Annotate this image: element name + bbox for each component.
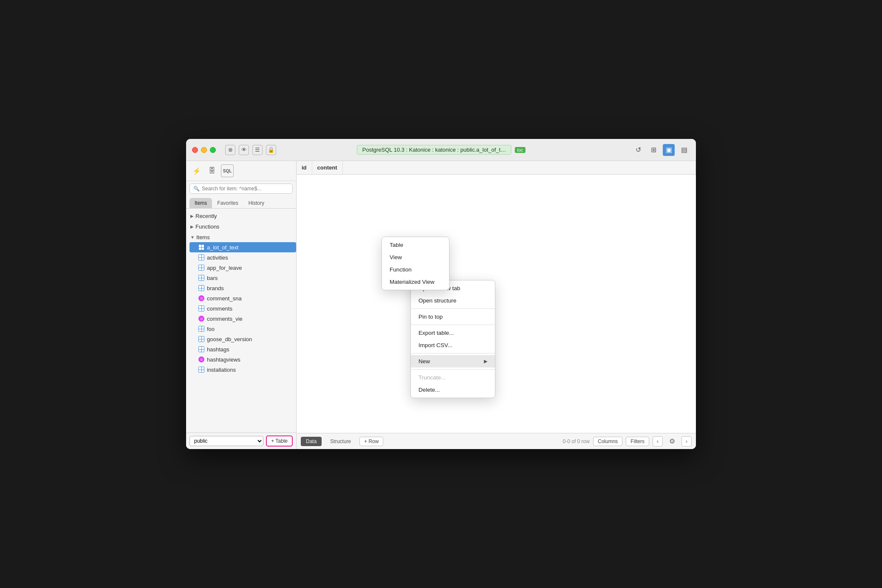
context-pin-to-top-label: Pin to top <box>418 314 443 320</box>
table-icon <box>198 244 205 251</box>
context-export-table[interactable]: Export table... <box>411 327 495 339</box>
tree-item-label: a_lot_of_text <box>207 244 238 251</box>
table-icon <box>198 346 205 353</box>
prev-page-button[interactable]: ‹ <box>653 436 663 447</box>
tree-item-hashtagviews[interactable]: ⊙ hashtagviews <box>189 354 296 365</box>
loc-badge: loc <box>515 147 525 153</box>
submenu-view[interactable]: View <box>382 251 449 263</box>
table-icon <box>198 336 205 342</box>
tree-item-foo[interactable]: foo <box>189 324 296 334</box>
refresh-icon[interactable]: ↺ <box>632 144 644 156</box>
sidebar-db-icon[interactable]: 🗄 <box>206 164 218 177</box>
tree-item-hashtags[interactable]: hashtags <box>189 344 296 354</box>
filters-button[interactable]: Filters <box>626 437 649 446</box>
submenu-function-label: Function <box>390 266 412 273</box>
minimize-button[interactable] <box>201 147 207 153</box>
add-row-button[interactable]: + Row <box>359 437 383 446</box>
settings-icon[interactable]: ⚙ <box>666 435 678 447</box>
sidebar: ⚡ 🗄 SQL 🔍 Items Favorites History ▶ Rece… <box>186 161 297 449</box>
close-icon[interactable]: ⊗ <box>225 145 235 155</box>
data-table-container: id content <box>297 161 696 433</box>
tree-item-app_for_leave[interactable]: app_for_leave <box>189 263 296 273</box>
tab-items[interactable]: Items <box>189 198 212 208</box>
content-area-container: id content Data Structure + Row 0-0 of 0… <box>297 161 696 449</box>
main-content: ⚡ 🗄 SQL 🔍 Items Favorites History ▶ Rece… <box>186 161 696 449</box>
tree-item-label: comments <box>207 305 232 312</box>
submenu-view-label: View <box>390 254 402 260</box>
table-icon <box>198 285 205 291</box>
table-icon <box>198 264 205 271</box>
titlebar-center: PostgreSQL 10.3 : Katonice : katonice : … <box>357 145 526 155</box>
tab-structure[interactable]: Structure <box>325 437 356 446</box>
context-delete[interactable]: Delete... <box>411 384 495 396</box>
tab-data[interactable]: Data <box>301 437 322 446</box>
view-icon: ⊙ <box>198 295 205 302</box>
col-empty <box>342 161 695 175</box>
sidebar-home-icon[interactable]: ⚡ <box>190 164 203 177</box>
layout1-icon[interactable]: ▣ <box>663 144 675 156</box>
menu-icon[interactable]: ☰ <box>252 145 263 155</box>
functions-arrow-icon: ▶ <box>190 224 194 229</box>
tree-item-comment_sna[interactable]: ⊙ comment_sna <box>189 293 296 303</box>
maximize-button[interactable] <box>210 147 216 153</box>
schema-select[interactable]: public <box>189 436 263 446</box>
search-box[interactable]: 🔍 <box>189 184 293 194</box>
titlebar: ⊗ 👁 ☰ 🔒 PostgreSQL 10.3 : Katonice : kat… <box>186 139 696 161</box>
submenu-table[interactable]: Table <box>382 239 449 251</box>
grid-icon[interactable]: ⊞ <box>647 144 659 156</box>
tree-group-items: ▼ Items a_lot_of_text <box>186 232 296 375</box>
search-input[interactable] <box>202 186 289 192</box>
tree-item-brands[interactable]: brands <box>189 283 296 293</box>
context-export-table-label: Export table... <box>418 330 454 336</box>
close-button[interactable] <box>192 147 198 153</box>
context-import-csv[interactable]: Import CSV... <box>411 339 495 351</box>
items-label: Items <box>196 234 210 240</box>
next-page-button[interactable]: › <box>681 436 692 447</box>
functions-label: Functions <box>195 223 219 230</box>
tree-group-items-header[interactable]: ▼ Items <box>186 232 296 242</box>
tree-group-functions: ▶ Functions <box>186 222 296 232</box>
submenu-function[interactable]: Function <box>382 263 449 276</box>
search-icon: 🔍 <box>193 186 200 192</box>
tree-item-activities[interactable]: activities <box>189 252 296 263</box>
tab-history[interactable]: History <box>243 198 269 208</box>
tree-item-a_lot_of_text[interactable]: a_lot_of_text <box>189 242 296 252</box>
connection-label: PostgreSQL 10.3 : Katonice : katonice : … <box>357 145 512 155</box>
tab-favorites[interactable]: Favorites <box>212 198 243 208</box>
lock-icon[interactable]: 🔒 <box>266 145 276 155</box>
sidebar-sql-icon[interactable]: SQL <box>221 164 234 177</box>
submenu-table-label: Table <box>390 242 403 248</box>
add-table-button[interactable]: + Table <box>266 435 293 447</box>
context-open-structure[interactable]: Open structure <box>411 294 495 307</box>
tree-item-label: hashtags <box>207 346 229 353</box>
tree-item-installations[interactable]: installations <box>189 365 296 375</box>
table-icon <box>198 366 205 373</box>
tree-item-label: bars <box>207 275 218 281</box>
eye-icon[interactable]: 👁 <box>239 145 249 155</box>
context-menu: Open in new tab Open structure Pin to to… <box>410 280 495 398</box>
recently-arrow-icon: ▶ <box>190 214 194 218</box>
tree-item-label: app_for_leave <box>207 265 242 271</box>
columns-button[interactable]: Columns <box>593 437 622 446</box>
items-arrow-icon: ▼ <box>190 235 195 240</box>
separator-2 <box>411 325 495 325</box>
traffic-lights <box>192 147 216 153</box>
context-new[interactable]: New ▶ <box>411 355 495 368</box>
tree-item-bars[interactable]: bars <box>189 273 296 283</box>
tree-items-list: a_lot_of_text activities a <box>186 242 296 375</box>
table-icon <box>198 305 205 312</box>
tree-group-recently-header[interactable]: ▶ Recently <box>186 211 296 221</box>
context-truncate: Truncate... <box>411 371 495 384</box>
layout2-icon[interactable]: ▤ <box>678 144 690 156</box>
separator-3 <box>411 353 495 353</box>
table-icon <box>198 254 205 261</box>
tree-item-comments[interactable]: comments <box>189 303 296 314</box>
context-pin-to-top[interactable]: Pin to top <box>411 311 495 323</box>
context-import-csv-label: Import CSV... <box>418 342 452 348</box>
tree-group-functions-header[interactable]: ▶ Functions <box>186 222 296 232</box>
tree-item-comments_vie[interactable]: ⊙ comments_vie <box>189 314 296 324</box>
tree-group-recently: ▶ Recently <box>186 211 296 221</box>
tree-item-goose_db_version[interactable]: goose_db_version <box>189 334 296 344</box>
tree-item-label: brands <box>207 285 224 291</box>
submenu-materialized-view[interactable]: Materialized View <box>382 276 449 288</box>
